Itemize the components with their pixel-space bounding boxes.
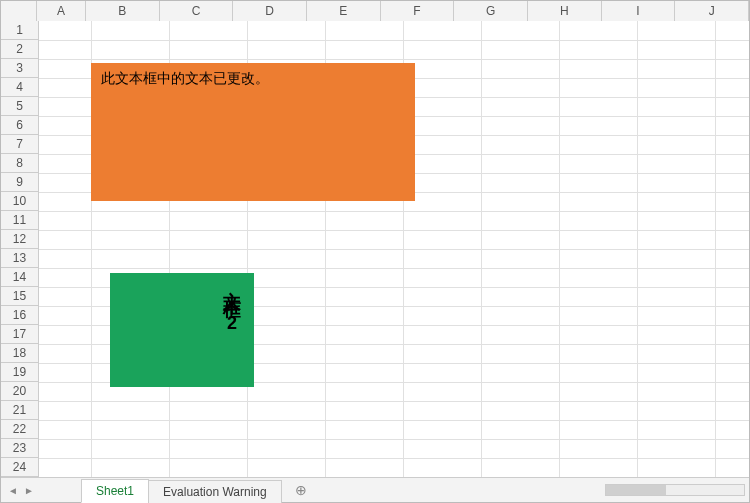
row-header[interactable]: 2 <box>1 40 38 59</box>
column-header[interactable]: D <box>233 1 307 21</box>
horizontal-scrollbar[interactable] <box>311 478 749 502</box>
sheet-tabs: Sheet1Evaluation Warning <box>81 478 281 502</box>
select-all-corner[interactable] <box>1 1 37 21</box>
orange-textbox-text: 此文本框中的文本已更改。 <box>101 70 269 86</box>
column-header-row: ABCDEFGHIJ <box>1 1 749 21</box>
row-header[interactable]: 23 <box>1 439 38 458</box>
tab-nav-next-icon[interactable]: ► <box>23 484 35 496</box>
column-header[interactable]: C <box>160 1 234 21</box>
plus-circle-icon: ⊕ <box>295 482 307 498</box>
row-header[interactable]: 11 <box>1 211 38 230</box>
sheet-tab[interactable]: Evaluation Warning <box>148 480 282 503</box>
row-header[interactable]: 21 <box>1 401 38 420</box>
row-header[interactable]: 5 <box>1 97 38 116</box>
row-header[interactable]: 3 <box>1 59 38 78</box>
green-textbox-shape[interactable]: 文本框 2 <box>110 273 254 387</box>
column-header[interactable]: B <box>86 1 160 21</box>
new-sheet-button[interactable]: ⊕ <box>291 478 311 502</box>
row-header[interactable]: 14 <box>1 268 38 287</box>
row-header[interactable]: 9 <box>1 173 38 192</box>
column-header[interactable]: J <box>675 1 749 21</box>
spreadsheet-app: ABCDEFGHIJ 12345678910111213141516171819… <box>0 0 750 503</box>
row-header[interactable]: 1 <box>1 21 38 40</box>
tab-nav-prev-icon[interactable]: ◄ <box>7 484 19 496</box>
row-header[interactable]: 6 <box>1 116 38 135</box>
scroll-thumb[interactable] <box>606 485 666 495</box>
tab-nav-buttons: ◄ ► <box>1 478 41 502</box>
column-header[interactable]: I <box>602 1 676 21</box>
row-header-column: 123456789101112131415161718192021222324 <box>1 21 39 477</box>
green-textbox-text: 文本框 2 <box>220 277 244 337</box>
row-header[interactable]: 7 <box>1 135 38 154</box>
row-header[interactable]: 22 <box>1 420 38 439</box>
row-header[interactable]: 19 <box>1 363 38 382</box>
column-header[interactable]: E <box>307 1 381 21</box>
row-header[interactable]: 24 <box>1 458 38 477</box>
row-header[interactable]: 20 <box>1 382 38 401</box>
row-header[interactable]: 4 <box>1 78 38 97</box>
row-header[interactable]: 10 <box>1 192 38 211</box>
row-header[interactable]: 13 <box>1 249 38 268</box>
row-header[interactable]: 12 <box>1 230 38 249</box>
row-header[interactable]: 17 <box>1 325 38 344</box>
row-header[interactable]: 8 <box>1 154 38 173</box>
column-header[interactable]: A <box>37 1 86 21</box>
sheet-tab-bar: ◄ ► Sheet1Evaluation Warning ⊕ <box>1 477 749 502</box>
grid-area: ABCDEFGHIJ 12345678910111213141516171819… <box>1 1 749 477</box>
column-header[interactable]: F <box>381 1 455 21</box>
scroll-track[interactable] <box>605 484 745 496</box>
row-header[interactable]: 18 <box>1 344 38 363</box>
row-header[interactable]: 16 <box>1 306 38 325</box>
column-header[interactable]: H <box>528 1 602 21</box>
row-header[interactable]: 15 <box>1 287 38 306</box>
sheet-tab[interactable]: Sheet1 <box>81 479 149 503</box>
orange-textbox-shape[interactable]: 此文本框中的文本已更改。 <box>91 63 415 201</box>
column-header[interactable]: G <box>454 1 528 21</box>
